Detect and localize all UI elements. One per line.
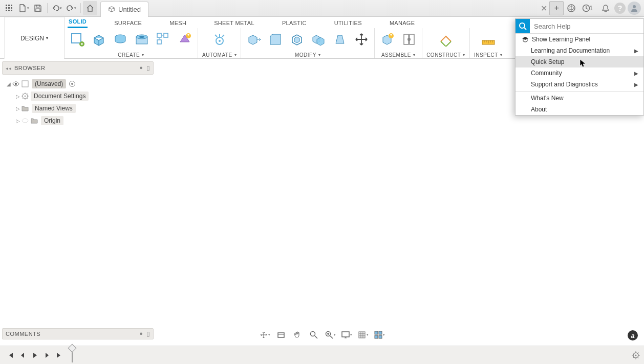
extrude-icon[interactable] bbox=[90, 31, 108, 48]
group-label-automate[interactable]: AUTOMATE bbox=[202, 52, 237, 58]
shell-icon[interactable] bbox=[288, 31, 306, 48]
group-label-modify[interactable]: MODIFY bbox=[295, 52, 320, 58]
user-avatar[interactable] bbox=[627, 1, 642, 15]
help-item-learning-panel[interactable]: Show Learning Panel bbox=[516, 34, 643, 45]
construct-plane-icon[interactable] bbox=[437, 31, 455, 48]
notifications-icon[interactable] bbox=[598, 1, 613, 15]
fillet-icon[interactable] bbox=[267, 31, 284, 48]
viewport-layout-icon[interactable]: ▾ bbox=[372, 329, 387, 340]
browser-header[interactable]: ◂◂ BROWSER ● ▯ bbox=[2, 61, 154, 75]
collapse-browser-icon[interactable]: ◂◂ bbox=[6, 65, 11, 71]
twisty-icon[interactable]: ◢ bbox=[5, 81, 12, 87]
undo-icon[interactable]: ▾ bbox=[50, 1, 64, 15]
measure-icon[interactable] bbox=[480, 31, 497, 48]
tree-item-label: Document Settings bbox=[31, 92, 89, 101]
form-icon[interactable] bbox=[176, 31, 194, 48]
tree-item-doc-settings[interactable]: ▷ Document Settings bbox=[2, 90, 154, 102]
group-label-assemble[interactable]: ASSEMBLE bbox=[381, 52, 415, 58]
help-item-quick-setup[interactable]: Quick Setup bbox=[516, 56, 643, 67]
help-item-label: Support and Diagnostics bbox=[531, 81, 598, 88]
timeline-play-icon[interactable] bbox=[29, 349, 41, 361]
comments-header[interactable]: COMMENTS ● ▯ bbox=[2, 328, 154, 339]
comments-pin-icon[interactable]: ▯ bbox=[146, 330, 151, 337]
automate-icon[interactable] bbox=[211, 31, 228, 48]
tab-utilities[interactable]: UTILITIES bbox=[333, 18, 363, 28]
display-settings-icon[interactable]: ▾ bbox=[339, 329, 354, 340]
tab-mesh[interactable]: MESH bbox=[168, 18, 187, 28]
job-status-icon[interactable]: 1 bbox=[580, 1, 597, 15]
tab-solid[interactable]: SOLID bbox=[68, 16, 88, 28]
new-component-icon[interactable] bbox=[379, 31, 396, 48]
zoom-window-icon[interactable]: ▾ bbox=[323, 329, 337, 340]
group-label-create[interactable]: CREATE bbox=[118, 52, 144, 58]
zoom-icon[interactable] bbox=[307, 329, 321, 340]
folder-icon bbox=[31, 118, 41, 124]
look-at-icon[interactable] bbox=[274, 329, 288, 340]
help-item-community[interactable]: Community ▶ bbox=[516, 67, 643, 79]
timeline-start-icon[interactable] bbox=[4, 349, 16, 361]
help-search-input[interactable] bbox=[530, 19, 643, 33]
workspace-switcher[interactable]: DESIGN ▾ bbox=[4, 17, 65, 59]
home-icon[interactable] bbox=[83, 1, 97, 15]
save-icon[interactable] bbox=[31, 1, 45, 15]
tab-surface[interactable]: SURFACE bbox=[113, 18, 143, 28]
timeline-settings-icon[interactable] bbox=[632, 351, 640, 359]
pan-icon[interactable] bbox=[290, 329, 305, 340]
combine-icon[interactable] bbox=[310, 31, 327, 48]
tab-plastic[interactable]: PLASTIC bbox=[281, 18, 308, 28]
redo-icon[interactable]: ▾ bbox=[64, 1, 78, 15]
browser-pin-icon[interactable]: ▯ bbox=[146, 64, 151, 72]
help-item-learning-docs[interactable]: Learning and Documentation ▶ bbox=[516, 45, 643, 56]
data-panel-icon[interactable] bbox=[2, 1, 16, 15]
app-toolbar: ▾ ▾ ▾ Untitled ✕ + 1 ? bbox=[0, 0, 644, 17]
move-icon[interactable] bbox=[353, 31, 370, 48]
new-tab-button[interactable]: + bbox=[549, 1, 564, 15]
group-label-inspect[interactable]: INSPECT bbox=[474, 52, 502, 58]
sketch-icon[interactable] bbox=[69, 31, 86, 48]
group-automate: AUTOMATE bbox=[198, 28, 241, 58]
hole-icon[interactable] bbox=[133, 31, 151, 48]
draft-icon[interactable] bbox=[331, 31, 349, 48]
timeline-prev-icon[interactable] bbox=[16, 349, 29, 361]
pattern-icon[interactable] bbox=[155, 31, 172, 48]
twisty-icon[interactable]: ▷ bbox=[14, 94, 22, 99]
comments-expand-icon[interactable]: ● bbox=[139, 330, 143, 337]
submenu-arrow-icon: ▶ bbox=[634, 71, 638, 76]
svg-point-37 bbox=[311, 332, 315, 336]
help-icon[interactable]: ? bbox=[614, 3, 626, 14]
document-tab[interactable]: Untitled bbox=[100, 2, 148, 17]
menu-divider bbox=[516, 91, 643, 92]
visibility-off-icon[interactable] bbox=[22, 118, 31, 123]
active-component-radio[interactable] bbox=[69, 81, 75, 87]
help-item-whats-new[interactable]: What's New bbox=[516, 93, 643, 104]
twisty-icon[interactable]: ▷ bbox=[14, 106, 22, 111]
grid-settings-icon[interactable]: ▾ bbox=[356, 329, 370, 340]
component-icon bbox=[22, 80, 32, 87]
search-icon[interactable] bbox=[516, 19, 530, 33]
orbit-icon[interactable]: ▾ bbox=[257, 329, 272, 340]
visibility-icon[interactable] bbox=[12, 81, 22, 86]
tree-item-named-views[interactable]: ▷ Named Views bbox=[2, 102, 154, 115]
joint-icon[interactable] bbox=[400, 31, 418, 48]
tree-item-origin[interactable]: ▷ Origin bbox=[2, 115, 154, 127]
help-item-about[interactable]: About bbox=[516, 104, 643, 115]
svg-rect-44 bbox=[379, 335, 382, 338]
timeline-marker[interactable] bbox=[72, 348, 73, 362]
press-pull-icon[interactable] bbox=[245, 31, 263, 48]
svg-rect-6 bbox=[6, 10, 7, 11]
tab-manage[interactable]: MANAGE bbox=[389, 18, 416, 28]
group-label-construct[interactable]: CONSTRUCT bbox=[426, 52, 465, 58]
fusion-logo-icon[interactable]: a bbox=[628, 330, 638, 340]
timeline-end-icon[interactable] bbox=[53, 349, 66, 361]
file-menu-icon[interactable]: ▾ bbox=[16, 1, 31, 15]
browser-settings-icon[interactable]: ● bbox=[139, 64, 143, 72]
help-item-support[interactable]: Support and Diagnostics ▶ bbox=[516, 79, 643, 90]
twisty-icon[interactable]: ▷ bbox=[14, 118, 22, 124]
tab-sheet-metal[interactable]: SHEET METAL bbox=[213, 18, 255, 28]
help-item-label: Community bbox=[531, 70, 562, 77]
close-tab-icon[interactable]: ✕ bbox=[540, 4, 548, 13]
timeline-next-icon[interactable] bbox=[41, 349, 53, 361]
extensions-icon[interactable] bbox=[564, 1, 579, 15]
tree-root[interactable]: ◢ (Unsaved) bbox=[2, 78, 154, 90]
revolve-icon[interactable] bbox=[112, 31, 129, 48]
